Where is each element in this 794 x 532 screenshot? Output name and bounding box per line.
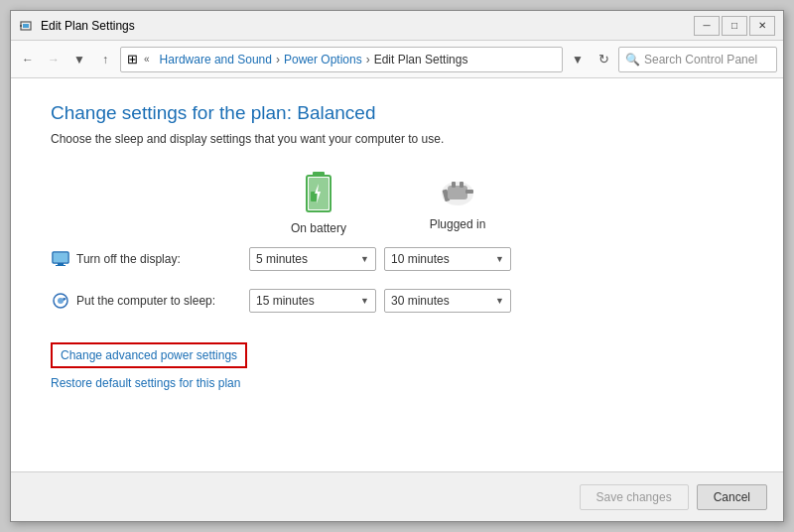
- footer: Save changes Cancel: [11, 471, 783, 521]
- breadcrumb-expand[interactable]: «: [142, 54, 152, 65]
- plugged-column-label: Plugged in: [430, 217, 486, 231]
- svg-rect-17: [56, 265, 66, 266]
- sleep-battery-value: 15 minutes: [256, 294, 315, 308]
- window-icon: [19, 18, 35, 34]
- close-button[interactable]: ✕: [749, 16, 775, 36]
- breadcrumb-sep-2: ›: [366, 53, 370, 66]
- sleep-battery-arrow: ▼: [360, 296, 369, 306]
- settings-table: Turn off the display: 5 minutes ▼ 10 min…: [51, 247, 743, 331]
- links-section: Change advanced power settings Restore d…: [51, 342, 743, 390]
- display-battery-dropdown[interactable]: 5 minutes ▼: [249, 247, 376, 271]
- maximize-button[interactable]: □: [722, 16, 747, 36]
- sleep-plugged-arrow: ▼: [495, 296, 504, 306]
- sleep-icon: [51, 291, 70, 311]
- search-box[interactable]: 🔍 Search Control Panel: [618, 47, 777, 72]
- plugged-column-header: Plugged in: [388, 174, 527, 231]
- cancel-button[interactable]: Cancel: [697, 484, 767, 510]
- svg-rect-2: [20, 25, 22, 27]
- sleep-battery-dropdown[interactable]: 15 minutes ▼: [249, 289, 376, 313]
- svg-rect-10: [448, 186, 467, 200]
- display-setting-row: Turn off the display: 5 minutes ▼ 10 min…: [51, 247, 743, 271]
- sleep-setting-row: Put the computer to sleep: 15 minutes ▼ …: [51, 289, 743, 313]
- page-title: Change settings for the plan: Balanced: [51, 102, 743, 124]
- main-window: Edit Plan Settings ─ □ ✕ ← → ▼ ↑ ⊞ « Har…: [10, 10, 784, 522]
- search-icon: 🔍: [625, 53, 640, 66]
- refresh-button[interactable]: ↻: [593, 49, 614, 70]
- display-plugged-value: 10 minutes: [391, 252, 450, 266]
- svg-point-19: [58, 298, 64, 304]
- sleep-controls: 15 minutes ▼ 30 minutes ▼: [249, 289, 511, 313]
- address-bar: ← → ▼ ↑ ⊞ « Hardware and Sound › Power O…: [11, 41, 783, 78]
- window-title: Edit Plan Settings: [41, 19, 694, 33]
- window-controls: ─ □ ✕: [694, 16, 775, 36]
- breadcrumb-root-icon: ⊞: [127, 52, 138, 66]
- main-content: Change settings for the plan: Balanced C…: [11, 78, 783, 471]
- battery-icon: [303, 170, 334, 217]
- svg-rect-1: [23, 24, 29, 28]
- svg-rect-11: [452, 182, 456, 188]
- display-icon: [51, 249, 70, 269]
- battery-column-label: On battery: [291, 221, 346, 235]
- display-controls: 5 minutes ▼ 10 minutes ▼: [249, 247, 511, 271]
- title-bar: Edit Plan Settings ─ □ ✕: [11, 11, 783, 41]
- breadcrumb-item-hardware[interactable]: Hardware and Sound: [160, 53, 272, 66]
- column-headers: On battery Plugged in: [249, 170, 743, 235]
- sleep-plugged-value: 30 minutes: [391, 294, 450, 308]
- svg-rect-15: [54, 253, 67, 262]
- dropdown-button[interactable]: ▼: [567, 49, 589, 70]
- recent-button[interactable]: ▼: [68, 49, 90, 70]
- breadcrumb-item-power[interactable]: Power Options: [284, 53, 362, 66]
- plugged-icon: [438, 174, 477, 213]
- breadcrumb-current: Edit Plan Settings: [374, 53, 468, 66]
- restore-defaults-link[interactable]: Restore default settings for this plan: [51, 376, 743, 390]
- minimize-button[interactable]: ─: [694, 16, 720, 36]
- search-placeholder: Search Control Panel: [644, 53, 757, 66]
- breadcrumb: ⊞ « Hardware and Sound › Power Options ›…: [120, 47, 563, 72]
- forward-button[interactable]: →: [43, 49, 65, 70]
- page-subtitle: Choose the sleep and display settings th…: [51, 132, 743, 146]
- up-button[interactable]: ↑: [94, 49, 116, 70]
- display-battery-arrow: ▼: [360, 254, 369, 264]
- svg-rect-16: [58, 263, 64, 265]
- battery-column-header: On battery: [249, 170, 388, 235]
- svg-rect-13: [465, 190, 473, 194]
- sleep-plugged-dropdown[interactable]: 30 minutes ▼: [384, 289, 511, 313]
- back-button[interactable]: ←: [17, 49, 39, 70]
- save-changes-button[interactable]: Save changes: [580, 484, 689, 510]
- sleep-label-text: Put the computer to sleep:: [76, 294, 215, 308]
- breadcrumb-sep-1: ›: [276, 53, 280, 66]
- display-plugged-arrow: ▼: [495, 254, 504, 264]
- svg-rect-12: [460, 182, 463, 188]
- display-label-text: Turn off the display:: [76, 252, 181, 266]
- display-label: Turn off the display:: [51, 249, 249, 269]
- advanced-power-settings-link[interactable]: Change advanced power settings: [51, 342, 247, 368]
- sleep-label: Put the computer to sleep:: [51, 291, 249, 311]
- display-battery-value: 5 minutes: [256, 252, 308, 266]
- display-plugged-dropdown[interactable]: 10 minutes ▼: [384, 247, 511, 271]
